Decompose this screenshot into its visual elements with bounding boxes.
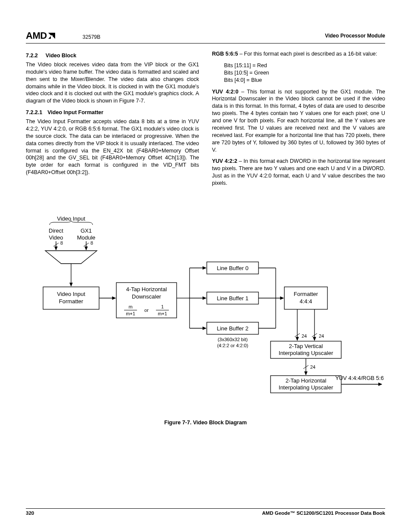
section-number: 7.2.2 (26, 52, 38, 59)
label-direct: Direct (49, 227, 63, 234)
vup-line1: 2-Tap Vertical (289, 343, 323, 349)
para-yuv422: YUV 4:2:2 – In this format each DWORD in… (212, 158, 385, 187)
label-module: Module (77, 234, 96, 241)
label-video: Video (49, 234, 63, 241)
yuv422-text: – In this format each DWORD in the horiz… (212, 158, 385, 186)
label-24b: 24 (319, 333, 324, 339)
section-title: Video Block (46, 53, 76, 59)
amd-logo: AMD (26, 30, 57, 41)
para-yuv420: YUV 4:2:0 – This format is not supported… (212, 88, 385, 154)
hup-line2: Interpolating Upscaler (279, 384, 333, 391)
frac-1: 1 (161, 304, 164, 309)
output-label: YUV 4:4:4/RGB 5:6:5 (335, 375, 383, 381)
right-column: RGB 5:6:5 – For this format each pixel i… (212, 50, 385, 191)
vif-line2: Formatter (59, 298, 84, 305)
subsection-title: Video Input Formatter (47, 109, 103, 115)
rgb-bits-green: Bits [10:5] = Green (224, 70, 269, 76)
doc-number: 32579B (83, 34, 100, 40)
page-number: 320 (26, 510, 34, 516)
lb1: Line Buffer 1 (217, 295, 248, 302)
para-rgb565: RGB 5:6:5 – For this format each pixel i… (212, 50, 385, 58)
label-24a: 24 (302, 333, 307, 339)
rgb565-text: – For this format each pixel is describe… (238, 51, 377, 57)
label-gx1: GX1 (81, 227, 92, 234)
lb-note2: (4:2:2 or 4:2:0) (217, 343, 248, 348)
page-header: AMD 32579B Video Processor Module (26, 30, 385, 44)
lb0: Line Buffer 0 (217, 265, 248, 271)
label-or: or (144, 308, 149, 313)
rgb-bits-red: Bits [15:11] = Red (224, 62, 267, 68)
video-block-diagram: Video Input Direct Video GX1 Module 8 8 … (26, 213, 385, 411)
down-line2: Downscaler (132, 293, 162, 300)
frac-m1b: m+1 (158, 311, 167, 316)
yuv420-label: YUV 4:2:0 (212, 89, 238, 95)
yuv422-label: YUV 4:2:2 (212, 158, 237, 164)
fmt444-line1: Formatter (294, 291, 318, 297)
book-title: AMD Geode™ SC1200/SC1201 Processor Data … (262, 510, 385, 516)
vif-line1: Video Input (57, 291, 85, 297)
yuv420-text: – This format is not supported by the GX… (212, 89, 385, 153)
page-footer: 320 AMD Geode™ SC1200/SC1201 Processor D… (26, 508, 385, 516)
rgb-bits-blue: Bits [4:0] = Blue (224, 77, 262, 83)
amd-arrow-icon (47, 32, 57, 40)
vup-line2: Interpolating Upscaler (279, 350, 333, 356)
hup-line1: 2-Tap Horizontal (286, 377, 327, 384)
lb2: Line Buffer 2 (217, 325, 248, 332)
left-column: 7.2.2Video Block The Video block receive… (26, 50, 199, 191)
rgb565-label: RGB 5:6:5 (212, 51, 238, 57)
frac-m: m (128, 304, 132, 309)
label-8bit-b: 8 (90, 240, 93, 246)
subsection-number: 7.2.2.1 (26, 109, 42, 116)
para-video-block: The Video block receives video data from… (26, 61, 199, 105)
logo-text: AMD (26, 30, 47, 41)
fmt444-line2: 4:4:4 (300, 298, 312, 305)
rgb-bits-block: Bits [15:11] = Red Bits [10:5] = Green B… (224, 62, 385, 84)
lb-note1: (3x360x32 bit) (218, 337, 248, 342)
para-video-input-formatter: The Video Input Formatter accepts video … (26, 118, 199, 176)
label-8bit-a: 8 (60, 240, 63, 246)
down-line1: 4-Tap Horizontal (126, 286, 167, 292)
module-title: Video Processor Module (325, 33, 385, 39)
label-24c: 24 (310, 364, 315, 370)
frac-m1a: m+1 (126, 311, 135, 316)
figure-caption: Figure 7-7. Video Block Diagram (26, 420, 385, 426)
